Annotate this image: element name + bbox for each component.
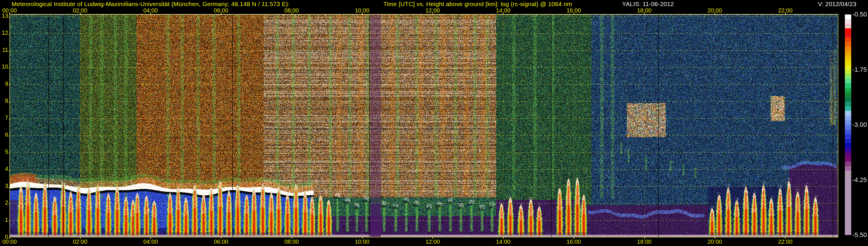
- colorbar-tick-label: -4.25: [852, 176, 867, 184]
- colorbar-step: [845, 102, 851, 106]
- y-tick-label: 8.: [0, 97, 10, 104]
- y-tick-label: 7.: [0, 115, 10, 121]
- y-tick-label: 2.: [0, 199, 10, 206]
- x-tick-label: 16:00: [566, 7, 581, 14]
- colorbar-step: [845, 139, 851, 143]
- y-tick-label: 0.: [0, 234, 10, 240]
- colorbar-tick-label: -3.00: [852, 121, 867, 128]
- x-tick-label: 16:00: [566, 239, 581, 245]
- colorbar-step: [845, 37, 851, 42]
- colorbar-step: [845, 152, 851, 157]
- colorbar-step: [845, 74, 851, 79]
- colorbar-step: [845, 51, 851, 56]
- colorbar-step: [845, 79, 851, 83]
- lidar-heatmap-canvas: [0, 0, 868, 246]
- x-tick-label: 22:00: [778, 239, 793, 245]
- x-tick-label: 20:00: [707, 7, 722, 14]
- y-tick-label: 13.: [0, 12, 10, 19]
- colorbar-step: [845, 88, 851, 93]
- colorbar-step: [845, 134, 851, 139]
- colorbar-step: [845, 56, 851, 60]
- colorbar-step: [845, 93, 851, 97]
- x-tick-label: 18:00: [637, 239, 652, 245]
- colorbar-step: [845, 70, 851, 74]
- x-tick-label: 14:00: [496, 7, 510, 14]
- colorbar-step: [845, 42, 851, 47]
- colorbar-step: [845, 120, 851, 125]
- colorbar-step: [845, 33, 851, 38]
- x-tick-label: 02:00: [73, 7, 87, 14]
- colorbar-step: [845, 166, 851, 171]
- colorbar-step: [845, 143, 851, 148]
- colorbar-step: [845, 106, 851, 111]
- y-tick-label: 4.: [0, 165, 10, 172]
- colorbar-step: [845, 148, 851, 152]
- colorbar-step: [845, 83, 851, 88]
- y-tick-label: 1.: [0, 216, 10, 223]
- lidar-quicklook-screen: Meteorological Institute of Ludwig-Maxim…: [0, 0, 868, 246]
- x-tick-label: 12:00: [425, 239, 440, 245]
- colorbar-step: [845, 171, 851, 235]
- y-tick-label: 9.: [0, 81, 10, 87]
- x-tick-label: 22:00: [778, 7, 793, 14]
- x-tick-label: 08:00: [284, 239, 299, 245]
- x-tick-label: 18:00: [637, 7, 652, 14]
- x-tick-label: 10:00: [355, 239, 370, 245]
- y-tick-label: 6.: [0, 131, 10, 138]
- colorbar-step: [845, 14, 851, 19]
- colorbar-step: [845, 125, 851, 129]
- y-tick-label: 12.: [0, 30, 10, 36]
- colorbar-step: [845, 161, 851, 166]
- colorbar-tick-label: -5.50: [852, 231, 867, 239]
- x-tick-label: 08:00: [284, 7, 299, 14]
- colorbar-step: [845, 60, 851, 65]
- x-tick-label: 14:00: [496, 239, 510, 245]
- x-tick-label: 10:00: [355, 7, 370, 14]
- x-tick-label: 04:00: [143, 239, 158, 245]
- y-tick-label: 10.: [0, 63, 10, 70]
- colorbar-step: [845, 24, 851, 28]
- y-tick-label: 5.: [0, 149, 10, 155]
- x-tick-label: 12:00: [425, 7, 440, 14]
- x-tick-label: 06:00: [214, 239, 228, 245]
- y-tick-label: 11.: [0, 47, 10, 53]
- x-tick-label: 02:00: [73, 239, 87, 245]
- colorbar-step: [845, 97, 851, 102]
- colorbar-step: [845, 47, 851, 51]
- colorbar-step: [845, 157, 851, 161]
- x-tick-label: 20:00: [707, 239, 722, 245]
- colorbar-step: [845, 19, 851, 24]
- colorbar-tick-label: -0.50: [852, 11, 867, 18]
- colorbar: [845, 14, 851, 235]
- colorbar-step: [845, 116, 851, 120]
- colorbar-step: [845, 28, 851, 33]
- colorbar-step: [845, 65, 851, 70]
- colorbar-tick-label: -1.75: [852, 66, 867, 73]
- colorbar-step: [845, 129, 851, 134]
- x-tick-label: 04:00: [143, 7, 158, 14]
- x-tick-label: 06:00: [214, 7, 228, 14]
- y-tick-label: 3.: [0, 183, 10, 189]
- colorbar-step: [845, 111, 851, 116]
